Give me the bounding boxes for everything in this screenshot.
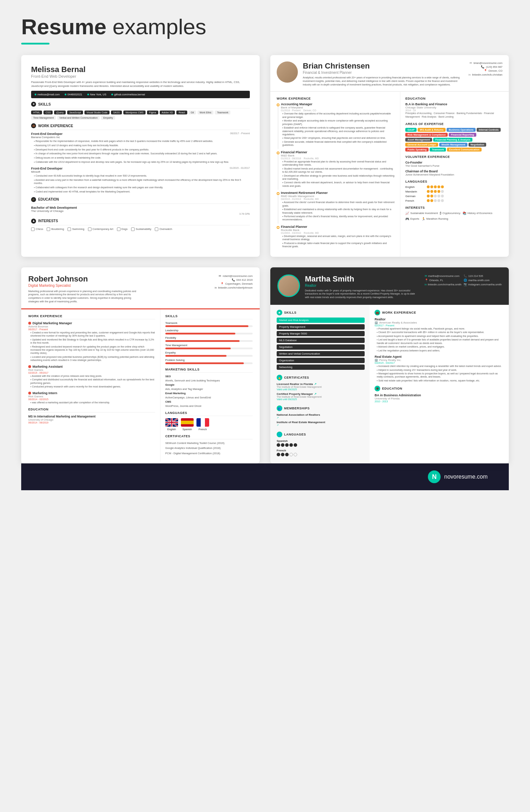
ms-pm: Property Management [277,324,365,330]
skill-react: React [176,111,187,114]
vol1-role: Co-Founder [405,161,502,164]
skill-flexibility: Flexibility [165,336,253,342]
mem1-name: National Association of Realtors [277,413,365,416]
edu-label: EDUCATION [38,197,59,201]
page-footer: N novoresume.com [21,463,509,490]
flag-english-label: English [167,428,176,431]
brian-job3-dates: 04/2010 - 01/2013 Rockville, MD [281,198,395,200]
footer-logo: N [428,470,441,483]
exp2-title: Front-End Developer [31,167,250,170]
martha-title: Realtor [305,284,420,288]
robert-edu-title: EDUCATION [28,408,155,413]
brian-volunteer-title: VOLUNTEER EXPERIENCE [405,155,502,159]
robert-exp-3: Marketing Intern Riot Games 06/2014 - 02… [28,391,155,404]
brian-title: Financial & Investment Planner [303,71,464,75]
robert-title: Digital Marketing Specialist [28,284,141,288]
martha-skills-title: ★ SKILLS [277,310,365,315]
exp1-b2: Assessing UX and UI designs and making s… [34,144,250,147]
flag-english: English [165,418,178,431]
martha-desc: Dedicated realtor with 5+ years of prope… [305,289,420,299]
brian-location-val: Denver, CO [489,69,502,72]
flag-spanish: Spanish [181,418,194,431]
mem2-link: ↗ [277,424,365,427]
lang-french-dots [427,199,444,202]
robert-job2-co: Riot Games [28,368,155,372]
ms-verbal: Written and Verbal Communication [277,351,365,356]
brian-edu-1: B.A in Banking and Finance Chicago State… [405,102,502,119]
membership-icon: 👥 [277,405,282,411]
mc1-link-icon: ↗ [314,383,317,386]
skill-teamwork: Teamwork [215,111,230,114]
brian-j3b2: Established and maintained a strong rela… [282,208,395,214]
m-location-icon: 📍 [425,279,428,282]
m-website-val: martha-smith.com [468,279,489,282]
exp3-line [278,195,278,224]
contact-phone: 0446002021 [65,93,82,96]
skill-teamwork-fill [165,325,248,327]
lang-english: English [405,185,502,189]
martha-job2-title: Real Estate Agent [375,355,502,358]
interests-grid: Chess Bouldering Swimming Contemporary A… [31,227,250,231]
exp1-date: 06/2017 - Present [230,132,250,135]
exp1-b5: Debug issues on a weekly basis while mai… [34,156,250,160]
melissa-name: Melissa Bernal [31,65,250,74]
contact-github: github.com/melissa.bernal [111,93,145,96]
skill-time-fill [165,348,231,349]
martha-membership-label: MEMBERSHIPS [284,407,310,410]
martha-left: ★ SKILLS Market and Risk Analysis Proper… [270,305,370,463]
edu-1: Bachelor of Web Development The Universi… [31,206,250,215]
m-ig-icon: 📷 [464,283,467,286]
martha-exp-2: Real Estate Agent 🏢 Penny Realty Inc. 03… [375,355,502,382]
brian-j4b2: Produced a strategic tailor-made financi… [282,242,395,248]
brian-name: Brian Christensen [303,61,464,71]
lang-english-name: English [405,185,425,189]
robert-location: 📍 Copenhagen, Denmark [215,282,253,285]
skill-leadership-label: Leadership [165,329,253,332]
m-location-val: Orlando, FL [429,279,443,282]
martha-lang-french: French [277,449,365,456]
vol2-org: Junior Achievement Maryland Foundation [405,173,502,176]
vol2-role: Chairman of the Board [405,170,502,173]
exp-irs: IRS Audit & Returns [418,128,446,132]
membership-1: National Association of Realtors ↗ [277,413,365,419]
brian-j1b2: Monitor and analyze accounting data to e… [282,119,395,126]
edu1-degree: Bachelor of Web Development [31,206,250,209]
dot1 [28,322,31,325]
skill-css: CSS [43,111,53,114]
m-website: 🌐 martha-smith.com [464,279,502,282]
exp-internal: Internal Controls [477,128,501,132]
brian-j2b2: Studied market trends and produced risk … [282,167,395,174]
robert-exp-1: Digital Marketing Manager Astoria Boumax… [28,321,155,362]
brian-exp-4: Financial Planner Rockville Bank 01/2004… [277,225,395,248]
mc1-name: Licensed Realtor in Florida ↗ [277,383,365,386]
robert-email-val: robert@novoresume.com [223,274,253,278]
edu-icon: 🎓 [31,197,36,202]
cert3-text: PCM - Digital Management Certification (… [165,452,253,456]
martha-edu1-degree: BA in Business Administration [375,393,502,397]
contact-email: melissa@mail.com [35,93,60,96]
robert-email: ✉ robert@novoresume.com [215,274,253,278]
mj2b4: Sold real estate sale properties' lists … [377,379,502,382]
robert-linkedin-val: linkedin.com/in/robertjohnson [218,286,253,289]
skill-flex-fill [165,340,240,342]
martha-lang-spanish: Spanish [277,439,365,447]
brian-j2b3: Developed an effective strategy to gener… [282,174,395,181]
robert-work-title: WORK EXPERIENCE [28,314,155,319]
lang-section-icon: 🌐 [277,432,282,437]
mkt-cms-header: CMS [165,400,253,403]
m-phone-icon: 📞 [464,274,467,278]
email-icon [35,94,36,95]
skill-empathy: Empathy [165,351,253,357]
contact-location: New York, US [87,93,106,96]
interest-chess: Chess [31,227,43,231]
work-label: WORK EXPERIENCE [38,124,73,128]
robert-job1-title: Digital Marketing Manager [28,321,155,325]
lang-french-name: French [405,199,425,202]
mc1-org: The Institute of Real Estate Management [277,386,365,388]
robert-job3-title: Marketing Intern [28,391,155,395]
ms-mls: MLS Database [277,338,365,343]
mem2-name: Institute of Real Estate Management [277,421,365,424]
exp1-b6: Collaborate with the UX/UI department to… [34,160,250,164]
interest-dogs: Dogs [117,227,128,231]
vol1-org: The Good Samaritan's Purse [405,164,502,167]
